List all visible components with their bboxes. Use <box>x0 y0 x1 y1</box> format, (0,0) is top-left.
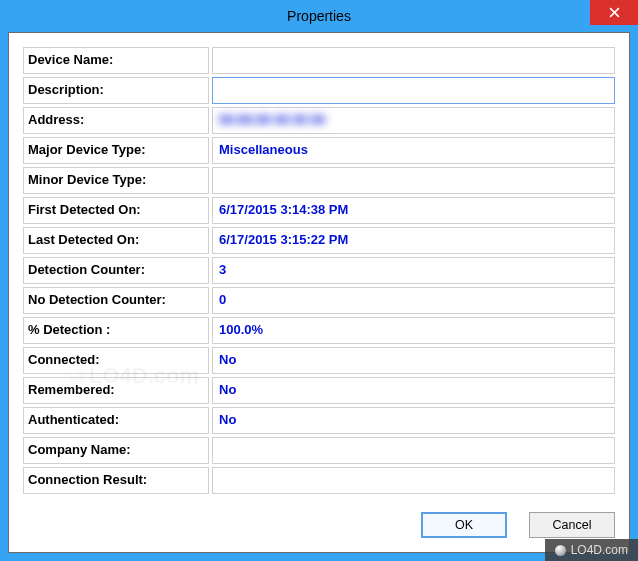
property-label: Remembered: <box>23 377 209 404</box>
property-value: No <box>212 347 615 374</box>
property-row: Major Device Type:Miscellaneous <box>23 137 615 164</box>
property-row: Authenticated:No <box>23 407 615 434</box>
properties-grid: Device Name:Description:Address:00:00:00… <box>23 47 615 494</box>
property-value <box>212 467 615 494</box>
property-value: 6/17/2015 3:14:38 PM <box>212 197 615 224</box>
property-label: Connection Result: <box>23 467 209 494</box>
property-value: No <box>212 407 615 434</box>
property-value: 100.0% <box>212 317 615 344</box>
property-label: Device Name: <box>23 47 209 74</box>
window-title: Properties <box>287 8 351 24</box>
ok-button[interactable]: OK <box>421 512 507 538</box>
titlebar: Properties <box>0 0 638 32</box>
property-row: First Detected On:6/17/2015 3:14:38 PM <box>23 197 615 224</box>
property-value: Miscellaneous <box>212 137 615 164</box>
properties-window: Properties LO4D.com LO4D.com Device Name… <box>0 0 638 561</box>
property-row: Description: <box>23 77 615 104</box>
property-value: 00:00:00 00 00 00 <box>212 107 615 134</box>
property-label: % Detection : <box>23 317 209 344</box>
property-label: Minor Device Type: <box>23 167 209 194</box>
site-watermark: LO4D.com <box>545 539 638 561</box>
property-label: First Detected On: <box>23 197 209 224</box>
cancel-button[interactable]: Cancel <box>529 512 615 538</box>
property-value: 0 <box>212 287 615 314</box>
property-row: Company Name: <box>23 437 615 464</box>
property-value: 3 <box>212 257 615 284</box>
property-value: No <box>212 377 615 404</box>
property-label: Major Device Type: <box>23 137 209 164</box>
property-label: No Detection Counter: <box>23 287 209 314</box>
property-row: Detection Counter:3 <box>23 257 615 284</box>
property-label: Authenticated: <box>23 407 209 434</box>
property-value: 6/17/2015 3:15:22 PM <box>212 227 615 254</box>
property-label: Connected: <box>23 347 209 374</box>
property-label: Company Name: <box>23 437 209 464</box>
property-label: Address: <box>23 107 209 134</box>
property-value-input[interactable] <box>212 77 615 104</box>
property-row: Connection Result: <box>23 467 615 494</box>
property-row: Last Detected On:6/17/2015 3:15:22 PM <box>23 227 615 254</box>
globe-icon <box>555 545 566 556</box>
close-icon <box>609 7 620 18</box>
property-row: Address:00:00:00 00 00 00 <box>23 107 615 134</box>
property-row: No Detection Counter:0 <box>23 287 615 314</box>
property-label: Detection Counter: <box>23 257 209 284</box>
property-label: Description: <box>23 77 209 104</box>
property-value <box>212 167 615 194</box>
property-row: Minor Device Type: <box>23 167 615 194</box>
property-row: % Detection :100.0% <box>23 317 615 344</box>
property-row: Connected:No <box>23 347 615 374</box>
property-value <box>212 47 615 74</box>
property-value <box>212 437 615 464</box>
property-label: Last Detected On: <box>23 227 209 254</box>
close-button[interactable] <box>590 0 638 25</box>
property-row: Remembered:No <box>23 377 615 404</box>
button-row: OK Cancel <box>421 512 615 538</box>
client-area: LO4D.com LO4D.com Device Name:Descriptio… <box>8 32 630 553</box>
property-row: Device Name: <box>23 47 615 74</box>
